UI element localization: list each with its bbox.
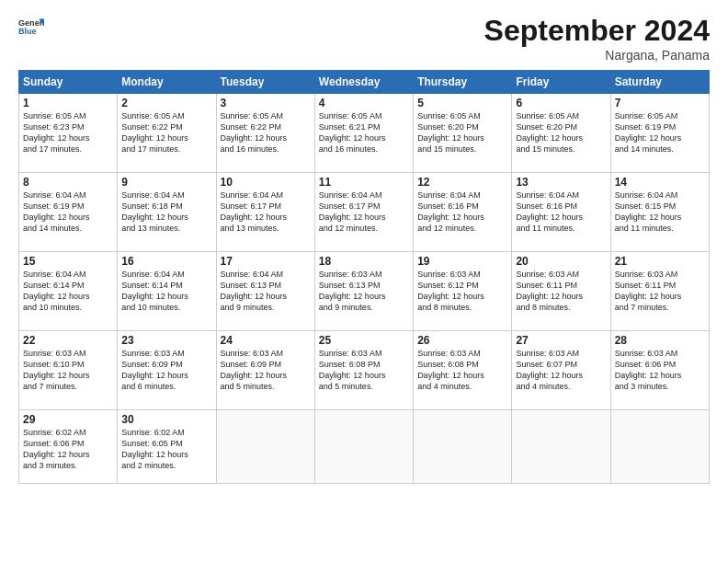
title-block: September 2024 Nargana, Panama: [484, 14, 710, 63]
day-detail: Sunrise: 6:04 AM Sunset: 6:15 PM Dayligh…: [615, 190, 705, 235]
calendar-cell: 18Sunrise: 6:03 AM Sunset: 6:13 PM Dayli…: [314, 252, 413, 331]
calendar-cell: 22Sunrise: 6:03 AM Sunset: 6:10 PM Dayli…: [19, 331, 118, 410]
day-number: 24: [221, 334, 311, 347]
day-number: 28: [615, 334, 705, 347]
calendar-cell: [216, 410, 314, 484]
calendar-cell: [512, 410, 610, 484]
calendar-cell: 28Sunrise: 6:03 AM Sunset: 6:06 PM Dayli…: [610, 331, 709, 410]
calendar-cell: 6Sunrise: 6:05 AM Sunset: 6:20 PM Daylig…: [512, 94, 610, 173]
calendar-cell: 17Sunrise: 6:04 AM Sunset: 6:13 PM Dayli…: [216, 252, 314, 331]
day-detail: Sunrise: 6:05 AM Sunset: 6:22 PM Dayligh…: [121, 110, 211, 155]
calendar-week-row: 15Sunrise: 6:04 AM Sunset: 6:14 PM Dayli…: [19, 252, 710, 331]
day-header-sunday: Sunday: [19, 71, 118, 94]
day-detail: Sunrise: 6:02 AM Sunset: 6:06 PM Dayligh…: [23, 427, 113, 472]
day-number: 27: [516, 334, 606, 347]
day-number: 16: [121, 255, 211, 268]
day-detail: Sunrise: 6:05 AM Sunset: 6:23 PM Dayligh…: [23, 110, 113, 155]
calendar-cell: 8Sunrise: 6:04 AM Sunset: 6:19 PM Daylig…: [19, 173, 118, 252]
day-number: 23: [121, 334, 211, 347]
calendar-cell: [610, 410, 709, 484]
calendar-cell: 14Sunrise: 6:04 AM Sunset: 6:15 PM Dayli…: [610, 173, 709, 252]
day-number: 8: [23, 176, 113, 189]
day-header-saturday: Saturday: [610, 71, 709, 94]
day-detail: Sunrise: 6:04 AM Sunset: 6:16 PM Dayligh…: [516, 190, 606, 235]
day-detail: Sunrise: 6:04 AM Sunset: 6:16 PM Dayligh…: [417, 190, 507, 235]
day-number: 29: [23, 413, 113, 426]
calendar-cell: 26Sunrise: 6:03 AM Sunset: 6:08 PM Dayli…: [414, 331, 512, 410]
svg-text:Blue: Blue: [18, 27, 37, 36]
day-detail: Sunrise: 6:04 AM Sunset: 6:17 PM Dayligh…: [319, 190, 409, 235]
day-number: 30: [121, 413, 211, 426]
calendar-week-row: 8Sunrise: 6:04 AM Sunset: 6:19 PM Daylig…: [19, 173, 710, 252]
calendar-cell: 21Sunrise: 6:03 AM Sunset: 6:11 PM Dayli…: [610, 252, 709, 331]
day-detail: Sunrise: 6:03 AM Sunset: 6:10 PM Dayligh…: [23, 348, 113, 393]
calendar-cell: 11Sunrise: 6:04 AM Sunset: 6:17 PM Dayli…: [314, 173, 413, 252]
calendar-cell: 10Sunrise: 6:04 AM Sunset: 6:17 PM Dayli…: [216, 173, 314, 252]
calendar-cell: 25Sunrise: 6:03 AM Sunset: 6:08 PM Dayli…: [314, 331, 413, 410]
day-detail: Sunrise: 6:03 AM Sunset: 6:09 PM Dayligh…: [121, 348, 211, 393]
calendar-cell: 27Sunrise: 6:03 AM Sunset: 6:07 PM Dayli…: [512, 331, 610, 410]
day-number: 7: [615, 97, 705, 109]
day-detail: Sunrise: 6:03 AM Sunset: 6:11 PM Dayligh…: [615, 269, 705, 314]
day-detail: Sunrise: 6:03 AM Sunset: 6:12 PM Dayligh…: [417, 269, 507, 314]
day-detail: Sunrise: 6:03 AM Sunset: 6:08 PM Dayligh…: [319, 348, 409, 393]
subtitle: Nargana, Panama: [484, 48, 710, 63]
day-detail: Sunrise: 6:04 AM Sunset: 6:14 PM Dayligh…: [23, 269, 113, 314]
day-number: 13: [516, 176, 606, 189]
day-number: 19: [417, 255, 507, 268]
day-number: 2: [121, 97, 211, 109]
header: General Blue September 2024 Nargana, Pan…: [18, 14, 710, 63]
calendar-cell: 4Sunrise: 6:05 AM Sunset: 6:21 PM Daylig…: [314, 94, 413, 173]
logo: General Blue: [18, 14, 48, 40]
day-detail: Sunrise: 6:05 AM Sunset: 6:20 PM Dayligh…: [417, 110, 507, 155]
calendar-week-row: 29Sunrise: 6:02 AM Sunset: 6:06 PM Dayli…: [19, 410, 710, 484]
day-detail: Sunrise: 6:03 AM Sunset: 6:06 PM Dayligh…: [615, 348, 705, 393]
day-number: 20: [516, 255, 606, 268]
day-number: 25: [319, 334, 409, 347]
day-detail: Sunrise: 6:03 AM Sunset: 6:07 PM Dayligh…: [516, 348, 606, 393]
day-detail: Sunrise: 6:05 AM Sunset: 6:22 PM Dayligh…: [221, 110, 311, 155]
calendar-cell: 2Sunrise: 6:05 AM Sunset: 6:22 PM Daylig…: [118, 94, 216, 173]
calendar-cell: 16Sunrise: 6:04 AM Sunset: 6:14 PM Dayli…: [118, 252, 216, 331]
calendar-cell: 5Sunrise: 6:05 AM Sunset: 6:20 PM Daylig…: [414, 94, 512, 173]
day-number: 17: [221, 255, 311, 268]
day-header-friday: Friday: [512, 71, 610, 94]
calendar-header-row: SundayMondayTuesdayWednesdayThursdayFrid…: [19, 71, 710, 94]
day-number: 1: [23, 97, 113, 109]
day-header-thursday: Thursday: [414, 71, 512, 94]
day-number: 21: [615, 255, 705, 268]
day-detail: Sunrise: 6:03 AM Sunset: 6:13 PM Dayligh…: [319, 269, 409, 314]
day-number: 9: [121, 176, 211, 189]
day-detail: Sunrise: 6:04 AM Sunset: 6:17 PM Dayligh…: [221, 190, 311, 235]
calendar-cell: 20Sunrise: 6:03 AM Sunset: 6:11 PM Dayli…: [512, 252, 610, 331]
day-detail: Sunrise: 6:02 AM Sunset: 6:05 PM Dayligh…: [121, 427, 211, 472]
calendar-cell: 24Sunrise: 6:03 AM Sunset: 6:09 PM Dayli…: [216, 331, 314, 410]
day-header-tuesday: Tuesday: [216, 71, 314, 94]
day-number: 5: [417, 97, 507, 109]
calendar-week-row: 22Sunrise: 6:03 AM Sunset: 6:10 PM Dayli…: [19, 331, 710, 410]
day-number: 4: [319, 97, 409, 109]
logo-icon: General Blue: [18, 14, 44, 40]
day-detail: Sunrise: 6:05 AM Sunset: 6:19 PM Dayligh…: [615, 110, 705, 155]
calendar-cell: 7Sunrise: 6:05 AM Sunset: 6:19 PM Daylig…: [610, 94, 709, 173]
day-header-wednesday: Wednesday: [314, 71, 413, 94]
day-number: 26: [417, 334, 507, 347]
day-detail: Sunrise: 6:03 AM Sunset: 6:08 PM Dayligh…: [417, 348, 507, 393]
page: General Blue September 2024 Nargana, Pan…: [0, 0, 728, 493]
day-number: 12: [417, 176, 507, 189]
month-title: September 2024: [484, 14, 710, 48]
day-number: 14: [615, 176, 705, 189]
day-detail: Sunrise: 6:04 AM Sunset: 6:14 PM Dayligh…: [121, 269, 211, 314]
calendar-week-row: 1Sunrise: 6:05 AM Sunset: 6:23 PM Daylig…: [19, 94, 710, 173]
calendar-cell: 29Sunrise: 6:02 AM Sunset: 6:06 PM Dayli…: [19, 410, 118, 484]
calendar: SundayMondayTuesdayWednesdayThursdayFrid…: [18, 70, 710, 484]
day-number: 6: [516, 97, 606, 109]
calendar-cell: 12Sunrise: 6:04 AM Sunset: 6:16 PM Dayli…: [414, 173, 512, 252]
calendar-cell: 13Sunrise: 6:04 AM Sunset: 6:16 PM Dayli…: [512, 173, 610, 252]
day-detail: Sunrise: 6:04 AM Sunset: 6:18 PM Dayligh…: [121, 190, 211, 235]
calendar-cell: 9Sunrise: 6:04 AM Sunset: 6:18 PM Daylig…: [118, 173, 216, 252]
calendar-cell: [314, 410, 413, 484]
day-detail: Sunrise: 6:03 AM Sunset: 6:11 PM Dayligh…: [516, 269, 606, 314]
calendar-cell: 3Sunrise: 6:05 AM Sunset: 6:22 PM Daylig…: [216, 94, 314, 173]
calendar-cell: 1Sunrise: 6:05 AM Sunset: 6:23 PM Daylig…: [19, 94, 118, 173]
